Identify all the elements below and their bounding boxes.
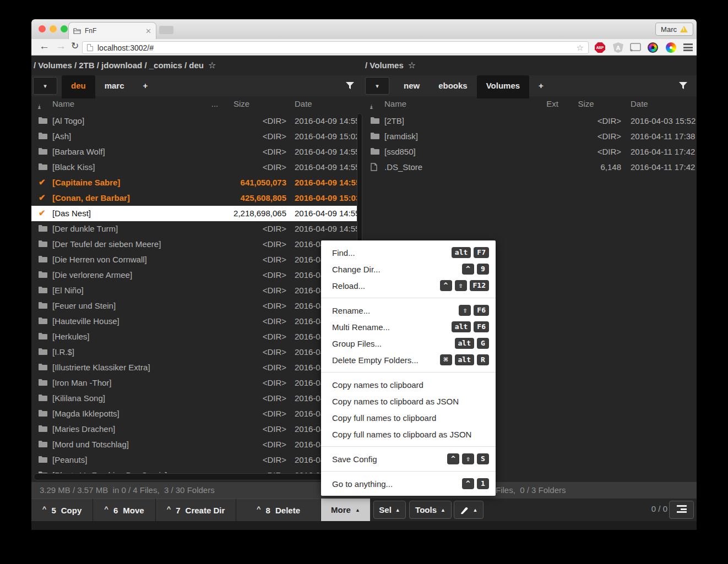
column-date[interactable]: Date (295, 99, 312, 108)
file-row[interactable]: [Kililana Song]<DIR>2016-04-09 14:55 (31, 391, 357, 406)
menu-item-go-to-anything[interactable]: Go to anything...^1 (321, 475, 496, 492)
file-row[interactable]: [Die verlorene Armee]<DIR>2016-04-09 14:… (31, 267, 357, 283)
move-button[interactable]: ^6Move (93, 499, 156, 521)
caret-up-icon: ▲ (473, 507, 478, 513)
colorwheel-extension-icon[interactable] (666, 42, 676, 53)
sel-button[interactable]: Sel▲ (373, 501, 406, 519)
close-window-button[interactable] (39, 25, 46, 32)
column-name[interactable]: Name (384, 99, 406, 108)
file-row[interactable]: [I.R.$]<DIR>2016-04-09 14:55 (31, 344, 357, 360)
file-row[interactable]: ✔[Conan, der Barbar]425,608,8052016-04-0… (31, 190, 357, 206)
minimize-window-button[interactable] (50, 25, 57, 32)
button-label: Create Dir (186, 506, 225, 515)
file-row[interactable]: [Iron Man -Thor]<DIR>2016-04-09 14:55 (31, 375, 357, 391)
menu-item-copy-full-names-to-clipboard[interactable]: Copy full names to clipboard (321, 409, 496, 426)
menu-item-label: Reload... (332, 281, 440, 291)
left-tab-dropdown-button[interactable]: ▾ (33, 77, 57, 95)
browser-tab[interactable]: FnF ✕ (68, 22, 156, 39)
file-row[interactable]: [Peanuts]<DIR>2016-04-09 14:55 (31, 452, 357, 468)
menu-item-label: Copy full names to clipboard as JSON (332, 430, 489, 439)
colorpicker-extension-icon[interactable] (648, 42, 658, 53)
menu-item-group-files[interactable]: Group Files...altG (321, 335, 496, 352)
close-tab-icon[interactable]: ✕ (145, 27, 151, 35)
file-row[interactable]: [Herkules]<DIR>2016-04-09 14:55 (31, 329, 357, 344)
file-row[interactable]: [Die Herren von Cornwall]<DIR>2016-04-09… (31, 252, 357, 267)
file-name: [Das Nest] (52, 209, 91, 218)
pane-tab-ebooks[interactable]: ebooks (429, 75, 477, 96)
horizontal-scrollbar[interactable] (34, 473, 355, 480)
file-row[interactable]: ✔[Das Nest]2,218,698,0652016-04-09 14:55 (31, 206, 357, 221)
file-row[interactable]: ✔[Capitaine Sabre]641,050,0732016-04-09 … (31, 175, 357, 190)
menu-item-multi-rename[interactable]: Multi Rename...altF6 (321, 319, 496, 335)
pane-tab-marc[interactable]: marc (95, 75, 134, 96)
favorite-star-icon[interactable]: ☆ (208, 61, 216, 70)
shortcut-key: ^ (462, 264, 474, 275)
column-size[interactable]: Size (551, 99, 621, 108)
file-row[interactable]: [Der dunkle Turm]<DIR>2016-04-09 14:55 (31, 221, 357, 237)
file-row[interactable]: [2TB]<DIR>2016-04-03 15:52 (363, 113, 697, 129)
right-filter-icon[interactable] (679, 82, 687, 90)
file-name: [El Niño] (52, 286, 84, 295)
window-bottom-strip (31, 521, 697, 530)
file-name: [Kililana Song] (52, 393, 105, 403)
breadcrumb-left[interactable]: / Volumes / 2TB / jdownload / _comics / … (34, 60, 216, 70)
delete-button[interactable]: ^8Delete (236, 499, 321, 521)
file-row[interactable]: [Mord und Totschlag]<DIR>2016-04-09 14:5… (31, 437, 357, 452)
menu-item-delete-empty-folders[interactable]: Delete Empty Folders...⌘altR (321, 352, 496, 368)
pane-tab-new[interactable]: new (394, 75, 429, 96)
reload-icon[interactable]: ↻ (71, 40, 79, 52)
menu-item-copy-names-to-clipboard-as-json[interactable]: Copy names to clipboard as JSON (321, 393, 496, 409)
menu-item-find[interactable]: Find...altF7 (321, 244, 496, 261)
tools-button[interactable]: Tools▲ (409, 501, 452, 519)
copy-button[interactable]: ^5Copy (31, 499, 93, 521)
create-dir-button[interactable]: ^7Create Dir (156, 499, 236, 521)
column-name[interactable]: Name (52, 99, 74, 108)
file-row[interactable]: [Hauteville House]<DIR>2016-04-09 14:55 (31, 314, 357, 329)
file-row[interactable]: [Illustrierte Klassiker Extra]<DIR>2016-… (31, 360, 357, 375)
file-row[interactable]: [Der Teufel der sieben Meere]<DIR>2016-0… (31, 237, 357, 252)
file-row[interactable]: [Barbara Wolf]<DIR>2016-04-09 14:55 (31, 144, 357, 160)
file-row[interactable]: [Magda Ikklepotts]<DIR>2016-04-09 14:55 (31, 406, 357, 421)
file-row[interactable]: [Maries Drachen]<DIR>2016-04-09 14:55 (31, 421, 357, 437)
file-row[interactable]: [Feuer und Stein]<DIR>2016-04-09 14:55 (31, 298, 357, 314)
file-row[interactable]: [ramdisk]<DIR>2016-04-11 17:38 (363, 129, 697, 144)
menu-item-save-config[interactable]: Save Config^⇧S (321, 451, 496, 467)
back-icon[interactable]: ← (39, 40, 50, 52)
adblock-extension-icon[interactable]: ABP (595, 42, 605, 53)
favorite-star-icon[interactable]: ☆ (408, 61, 416, 70)
file-row[interactable]: [El Niño]<DIR>2016-04-09 14:55 (31, 283, 357, 298)
file-row[interactable]: [Black Kiss]<DIR>2016-04-09 14:55 (31, 160, 357, 175)
breadcrumb-right[interactable]: / Volumes☆ (365, 60, 416, 70)
pane-tab-deu[interactable]: deu (62, 75, 95, 98)
more-button[interactable]: More▲ (321, 499, 370, 521)
new-browser-tab-button[interactable] (159, 26, 173, 34)
column-size[interactable]: Size (197, 99, 286, 108)
file-row[interactable]: .DS_Store6,1482016-04-11 17:42 (363, 160, 697, 175)
file-row[interactable]: [Ash]<DIR>2016-04-09 15:02 (31, 129, 357, 144)
pane-tab-Volumes[interactable]: Volumes (477, 75, 529, 98)
right-tab-dropdown-button[interactable]: ▾ (365, 77, 389, 95)
left-filter-icon[interactable] (346, 82, 354, 90)
menu-item-change-dir[interactable]: Change Dir...^9 (321, 261, 496, 277)
browser-window: FnF ✕ Marc ← → ↻ localhost:3002/# ☆ ABP … (31, 19, 697, 530)
column-date[interactable]: Date (631, 99, 648, 108)
file-row[interactable]: [ssd850]<DIR>2016-04-11 17:42 (363, 144, 697, 160)
theme-brush-button[interactable]: ▲ (454, 501, 483, 519)
button-label: Delete (275, 506, 300, 515)
menu-item-reload[interactable]: Reload...^⇧F12 (321, 277, 496, 294)
chrome-menu-icon[interactable] (683, 43, 693, 53)
zoom-window-button[interactable] (61, 25, 68, 32)
menu-item-copy-names-to-clipboard[interactable]: Copy names to clipboard (321, 376, 496, 393)
profile-button[interactable]: Marc (655, 23, 693, 36)
cast-extension-icon[interactable] (630, 43, 641, 52)
forward-icon[interactable]: → (56, 40, 66, 52)
menu-item-copy-full-names-to-clipboard-as-json[interactable]: Copy full names to clipboard as JSON (321, 426, 496, 442)
pane-tab-[interactable]: + (134, 75, 157, 96)
file-row[interactable]: [Al Togo]<DIR>2016-04-09 14:55 (31, 113, 357, 129)
log-button[interactable] (669, 501, 694, 519)
menu-item-rename[interactable]: Rename...⇧F6 (321, 302, 496, 319)
pane-tab-[interactable]: + (529, 75, 553, 96)
url-bar[interactable]: localhost:3002/# ☆ (82, 41, 589, 54)
bookmark-star-icon[interactable]: ☆ (577, 43, 584, 53)
angular-extension-icon[interactable]: A (613, 42, 623, 53)
